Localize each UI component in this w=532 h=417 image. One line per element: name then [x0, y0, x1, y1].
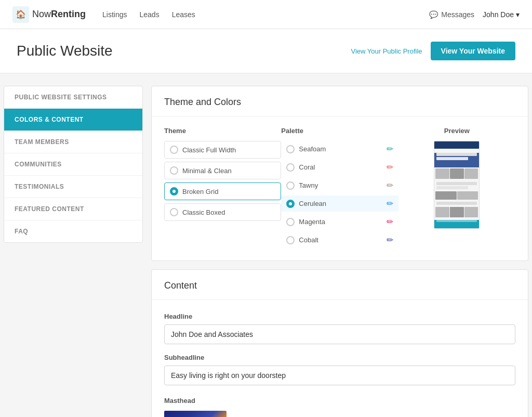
palette-seafoam[interactable]: Seafoam ✏: [281, 141, 398, 157]
radio-classic-boxed: [170, 208, 178, 216]
chevron-down-icon: ▾: [516, 10, 520, 19]
preview-thumb-1: [435, 168, 449, 179]
theme-classic-full-width[interactable]: Classic Full Width: [164, 141, 281, 159]
brand-now: NowRenting: [32, 9, 86, 20]
nav-leads[interactable]: Leads: [139, 10, 159, 19]
palette-cerulean[interactable]: Cerulean ✏: [281, 196, 398, 212]
sidebar-item-public-website-settings[interactable]: PUBLIC WEBSITE SETTINGS: [4, 86, 142, 109]
subheadline-input[interactable]: [164, 366, 515, 385]
preview-hero: [434, 153, 479, 167]
radio-broken-grid: [170, 187, 178, 196]
preview-column: Preview: [398, 127, 515, 250]
palette-seafoam-label: Seafoam: [299, 145, 326, 153]
radio-classic-full-width: [170, 146, 178, 154]
theme-classic-boxed-label: Classic Boxed: [182, 208, 225, 216]
page-header: Public Website View Your Public Profile …: [0, 29, 532, 73]
theme-column: Theme Classic Full Width Minimal & Clean…: [164, 127, 281, 250]
messages-label: Messages: [441, 10, 474, 19]
palette-magenta-label: Magenta: [299, 218, 325, 226]
palette-coral[interactable]: Coral ✏: [281, 159, 398, 175]
navbar-links: Listings Leads Leases: [102, 10, 413, 19]
view-website-button[interactable]: View Your Website: [431, 42, 515, 60]
preview-grid-3: [434, 206, 479, 218]
coral-color-icon: ✏: [387, 162, 393, 172]
radio-minimal-clean: [170, 166, 178, 175]
palette-magenta[interactable]: Magenta ✏: [281, 214, 398, 230]
preview-grid-1: [434, 167, 479, 180]
radio-cerulean: [286, 200, 295, 208]
sidebar-item-faq[interactable]: FAQ: [4, 220, 142, 242]
sidebar: PUBLIC WEBSITE SETTINGS COLORS & CONTENT…: [4, 86, 143, 243]
theme-classic-boxed[interactable]: Classic Boxed: [164, 203, 281, 221]
brand-icon: 🏠: [12, 6, 29, 23]
content-section-body: Headline Subheadline Masthead + Replace …: [152, 300, 528, 417]
theme-broken-grid[interactable]: Broken Grid: [164, 183, 281, 200]
preview-column-label: Preview: [444, 127, 470, 135]
headline-input[interactable]: [164, 324, 515, 344]
messages-button[interactable]: 💬 Messages: [429, 10, 474, 19]
preview-footer-text: [436, 220, 477, 222]
user-menu[interactable]: John Doe ▾: [483, 10, 520, 19]
sidebar-item-testimonials[interactable]: TESTIMONIALS: [4, 176, 142, 198]
navbar: 🏠 NowRenting Listings Leads Leases 💬 Mes…: [0, 0, 532, 29]
masthead-image-preview: [164, 411, 227, 417]
theme-column-label: Theme: [164, 127, 281, 135]
radio-tawny: [286, 181, 295, 190]
sidebar-item-featured-content[interactable]: FEATURED CONTENT: [4, 198, 142, 220]
palette-cobalt-label: Cobalt: [299, 236, 318, 244]
radio-seafoam: [286, 145, 295, 153]
preview-thumb-5: [457, 191, 478, 200]
radio-coral: [286, 163, 295, 172]
sidebar-item-colors-content[interactable]: COLORS & CONTENT: [4, 109, 142, 131]
content-section-header: Content: [152, 270, 528, 300]
palette-cerulean-label: Cerulean: [299, 200, 326, 207]
theme-colors-card: Theme and Colors Theme Classic Full Widt…: [151, 86, 528, 261]
preview-thumb-4: [435, 191, 457, 200]
preview-hero-text: [436, 153, 477, 156]
sidebar-item-communities[interactable]: COMMUNITIES: [4, 153, 142, 176]
theme-colors-header: Theme and Colors: [152, 86, 528, 116]
preview-text-1: [436, 182, 477, 185]
user-label: John Doe: [483, 10, 514, 19]
preview-hero-subtext: [436, 157, 468, 160]
masthead-row: + Replace Masthead: [164, 411, 515, 417]
content-area: Theme and Colors Theme Classic Full Widt…: [151, 86, 528, 417]
masthead-label: Masthead: [164, 397, 515, 405]
chat-icon: 💬: [429, 10, 438, 19]
preview-grid-2: [434, 190, 479, 201]
view-public-profile-link[interactable]: View Your Public Profile: [351, 47, 422, 55]
preview-text-3: [436, 202, 477, 205]
main-layout: PUBLIC WEBSITE SETTINGS COLORS & CONTENT…: [4, 86, 528, 417]
palette-column: Palette Seafoam ✏ Coral ✏ Tawny: [281, 127, 398, 250]
subheadline-label: Subheadline: [164, 354, 515, 361]
preview-thumb-7: [450, 207, 464, 217]
preview-header: [434, 141, 479, 149]
preview-thumb-6: [435, 207, 449, 217]
preview-thumb-3: [464, 168, 478, 179]
preview-footer: [434, 220, 479, 228]
theme-minimal-clean-label: Minimal & Clean: [182, 167, 232, 175]
theme-minimal-clean[interactable]: Minimal & Clean: [164, 162, 281, 179]
nav-leases[interactable]: Leases: [172, 10, 195, 19]
cerulean-color-icon: ✏: [387, 199, 393, 208]
palette-tawny[interactable]: Tawny ✏: [281, 177, 398, 193]
palette-cobalt[interactable]: Cobalt ✏: [281, 232, 398, 248]
palette-coral-label: Coral: [299, 163, 315, 171]
theme-broken-grid-label: Broken Grid: [182, 188, 218, 196]
headline-label: Headline: [164, 312, 515, 320]
palette-tawny-label: Tawny: [299, 181, 318, 189]
brand-logo[interactable]: 🏠 NowRenting: [12, 6, 86, 23]
radio-magenta: [286, 218, 295, 226]
theme-palette-grid: Theme Classic Full Width Minimal & Clean…: [152, 116, 528, 260]
palette-column-label: Palette: [281, 127, 398, 135]
content-card: Content Headline Subheadline Masthead + …: [151, 269, 528, 417]
page-header-actions: View Your Public Profile View Your Websi…: [351, 42, 515, 60]
cobalt-color-icon: ✏: [387, 235, 393, 245]
sidebar-item-team-members[interactable]: TEAM MEMBERS: [4, 131, 142, 153]
preview-thumb-2: [450, 168, 464, 179]
page-title: Public Website: [17, 43, 113, 59]
preview-text-2: [436, 186, 468, 189]
nav-listings[interactable]: Listings: [102, 10, 127, 19]
tawny-color-icon: ✏: [387, 180, 393, 190]
navbar-right: 💬 Messages John Doe ▾: [429, 10, 520, 19]
